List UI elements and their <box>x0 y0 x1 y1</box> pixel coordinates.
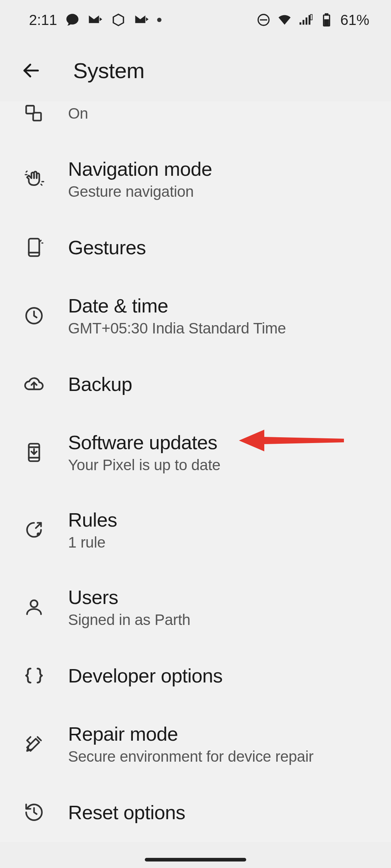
mail-icon-1 <box>88 12 103 27</box>
box-icon <box>111 12 126 27</box>
item-users[interactable]: Users Signed in as Parth <box>0 569 391 646</box>
svg-rect-5 <box>324 19 329 25</box>
item-repair-mode-title: Repair mode <box>68 723 314 745</box>
status-left: 2:11 <box>29 12 161 28</box>
item-reset-options[interactable]: Reset options <box>0 783 391 842</box>
status-bar: 2:11 61% <box>0 0 391 40</box>
item-gestures-title: Gestures <box>68 236 146 259</box>
svg-rect-4 <box>325 14 328 15</box>
cloud-upload-icon <box>22 372 46 396</box>
svg-point-18 <box>37 532 40 536</box>
rules-icon <box>22 518 46 542</box>
svg-rect-2 <box>310 14 312 20</box>
item-software-updates[interactable]: Software updates Your Pixel is up to dat… <box>0 414 391 491</box>
phone-sparkle-icon <box>22 235 46 260</box>
phone-download-icon <box>22 440 46 465</box>
item-developer-options-title: Developer options <box>68 664 223 687</box>
signal-icon <box>298 13 313 27</box>
dnd-icon <box>256 13 271 27</box>
translate-icon <box>22 101 46 126</box>
item-date-time-title: Date & time <box>68 294 286 317</box>
page-title: System <box>73 58 144 83</box>
item-date-time[interactable]: Date & time GMT+05:30 India Standard Tim… <box>0 277 391 354</box>
svg-rect-9 <box>29 239 39 256</box>
item-rules-title: Rules <box>68 509 117 531</box>
mail-icon-2 <box>134 12 149 27</box>
arrow-back-icon <box>21 60 41 81</box>
braces-icon <box>22 663 46 688</box>
item-software-updates-title: Software updates <box>68 431 220 454</box>
history-icon <box>22 800 46 825</box>
item-users-title: Users <box>68 586 190 608</box>
status-time: 2:11 <box>29 12 57 28</box>
item-navigation-mode-title: Navigation mode <box>68 158 212 180</box>
chat-icon <box>65 13 80 27</box>
item-navigation-mode[interactable]: Navigation mode Gesture navigation <box>0 140 391 218</box>
item-backup[interactable]: Backup <box>0 354 391 414</box>
status-dot-icon <box>157 18 161 22</box>
item-developer-options[interactable]: Developer options <box>0 646 391 705</box>
tools-icon <box>22 732 46 756</box>
item-gestures[interactable]: Gestures <box>0 218 391 277</box>
item-navigation-mode-sub: Gesture navigation <box>68 183 212 200</box>
wifi-icon <box>277 13 292 27</box>
svg-rect-8 <box>33 113 41 121</box>
clock-icon <box>22 303 46 328</box>
battery-icon <box>319 13 334 27</box>
back-button[interactable] <box>18 58 44 84</box>
item-live-translate-sub: On <box>68 105 88 122</box>
svg-point-19 <box>30 600 37 607</box>
status-right: 61% <box>256 12 369 28</box>
item-users-sub: Signed in as Parth <box>68 611 190 629</box>
hand-icon <box>22 167 46 191</box>
item-software-updates-sub: Your Pixel is up to date <box>68 456 220 474</box>
app-bar: System <box>0 40 391 101</box>
svg-line-17 <box>36 523 41 528</box>
settings-list[interactable]: On Navigation mode Gesture navigation Ge… <box>0 101 391 842</box>
item-live-translate[interactable]: On <box>0 101 391 140</box>
item-rules[interactable]: Rules 1 rule <box>0 491 391 569</box>
item-repair-mode-sub: Secure environment for device repair <box>68 748 314 765</box>
item-rules-sub: 1 rule <box>68 534 117 551</box>
svg-rect-7 <box>26 106 34 114</box>
item-reset-options-title: Reset options <box>68 801 185 824</box>
item-repair-mode[interactable]: Repair mode Secure environment for devic… <box>0 705 391 783</box>
item-date-time-sub: GMT+05:30 India Standard Time <box>68 320 286 337</box>
gesture-nav-handle[interactable] <box>145 858 246 861</box>
battery-percent: 61% <box>340 12 369 28</box>
item-backup-title: Backup <box>68 373 132 395</box>
person-icon <box>22 595 46 620</box>
